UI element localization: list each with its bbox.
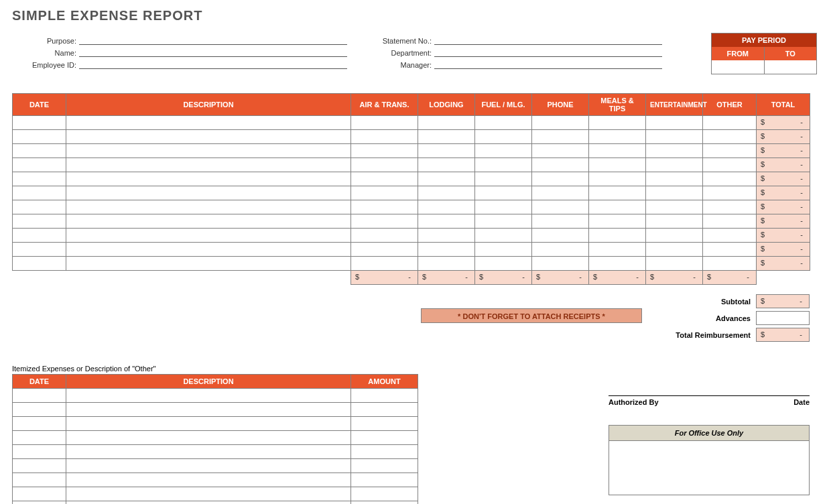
expense-cell[interactable]	[13, 130, 66, 144]
expense-cell[interactable]	[589, 229, 646, 243]
itemized-cell[interactable]	[66, 459, 351, 473]
expense-cell[interactable]	[13, 229, 66, 243]
expense-cell[interactable]	[703, 116, 757, 130]
expense-cell[interactable]	[418, 214, 475, 229]
expense-cell[interactable]	[589, 130, 646, 144]
expense-cell[interactable]	[66, 257, 351, 271]
expense-cell[interactable]	[351, 243, 418, 257]
expense-cell[interactable]	[351, 116, 418, 130]
itemized-cell[interactable]	[13, 417, 66, 431]
expense-cell[interactable]	[66, 144, 351, 158]
expense-cell[interactable]	[703, 186, 757, 200]
expense-cell[interactable]	[66, 229, 351, 243]
expense-cell[interactable]	[532, 172, 589, 186]
expense-cell[interactable]	[351, 229, 418, 243]
expense-cell[interactable]	[646, 172, 703, 186]
expense-cell[interactable]	[13, 200, 66, 214]
expense-cell[interactable]	[646, 144, 703, 158]
expense-cell[interactable]	[646, 116, 703, 130]
expense-cell[interactable]	[703, 243, 757, 257]
expense-cell[interactable]	[66, 158, 351, 172]
itemized-cell[interactable]	[351, 487, 418, 501]
expense-cell[interactable]	[589, 144, 646, 158]
itemized-cell[interactable]	[351, 473, 418, 487]
expense-cell[interactable]	[351, 257, 418, 271]
pay-period-from-field[interactable]	[712, 60, 765, 74]
expense-cell[interactable]	[646, 214, 703, 229]
expense-cell[interactable]	[532, 186, 589, 200]
expense-cell[interactable]	[703, 200, 757, 214]
expense-cell[interactable]	[646, 158, 703, 172]
expense-cell[interactable]	[418, 243, 475, 257]
expense-cell[interactable]	[418, 229, 475, 243]
itemized-cell[interactable]	[351, 501, 418, 505]
expense-cell[interactable]	[66, 243, 351, 257]
expense-cell[interactable]	[532, 229, 589, 243]
expense-cell[interactable]	[646, 186, 703, 200]
expense-cell[interactable]	[532, 144, 589, 158]
expense-cell[interactable]	[703, 158, 757, 172]
expense-cell[interactable]	[532, 257, 589, 271]
expense-cell[interactable]	[418, 158, 475, 172]
expense-cell[interactable]	[418, 144, 475, 158]
expense-cell[interactable]	[475, 144, 532, 158]
expense-cell[interactable]	[13, 243, 66, 257]
expense-cell[interactable]	[66, 116, 351, 130]
expense-cell[interactable]	[646, 229, 703, 243]
statement-no-field[interactable]	[434, 34, 662, 45]
expense-cell[interactable]	[66, 172, 351, 186]
expense-cell[interactable]	[646, 243, 703, 257]
expense-cell[interactable]	[475, 130, 532, 144]
itemized-cell[interactable]	[351, 445, 418, 459]
itemized-cell[interactable]	[66, 501, 351, 505]
itemized-cell[interactable]	[66, 431, 351, 445]
expense-cell[interactable]	[351, 158, 418, 172]
expense-cell[interactable]	[475, 186, 532, 200]
expense-cell[interactable]	[418, 172, 475, 186]
itemized-cell[interactable]	[13, 431, 66, 445]
itemized-cell[interactable]	[13, 501, 66, 505]
expense-cell[interactable]	[13, 144, 66, 158]
itemized-cell[interactable]	[13, 459, 66, 473]
employee-id-field[interactable]	[79, 58, 347, 69]
expense-cell[interactable]	[475, 243, 532, 257]
itemized-cell[interactable]	[351, 389, 418, 403]
expense-cell[interactable]	[351, 172, 418, 186]
itemized-cell[interactable]	[66, 487, 351, 501]
itemized-cell[interactable]	[351, 417, 418, 431]
expense-cell[interactable]	[475, 200, 532, 214]
expense-cell[interactable]	[66, 186, 351, 200]
expense-cell[interactable]	[703, 130, 757, 144]
expense-cell[interactable]	[66, 200, 351, 214]
expense-cell[interactable]	[589, 172, 646, 186]
expense-cell[interactable]	[532, 130, 589, 144]
expense-cell[interactable]	[418, 257, 475, 271]
expense-cell[interactable]	[703, 214, 757, 229]
expense-cell[interactable]	[703, 229, 757, 243]
expense-cell[interactable]	[66, 214, 351, 229]
expense-cell[interactable]	[646, 130, 703, 144]
expense-cell[interactable]	[475, 229, 532, 243]
expense-cell[interactable]	[351, 144, 418, 158]
expense-cell[interactable]	[703, 172, 757, 186]
itemized-cell[interactable]	[66, 389, 351, 403]
expense-cell[interactable]	[13, 186, 66, 200]
expense-cell[interactable]	[532, 158, 589, 172]
itemized-cell[interactable]	[351, 459, 418, 473]
itemized-cell[interactable]	[351, 431, 418, 445]
expense-cell[interactable]	[13, 257, 66, 271]
itemized-cell[interactable]	[13, 389, 66, 403]
itemized-cell[interactable]	[66, 445, 351, 459]
manager-field[interactable]	[434, 58, 662, 69]
advances-value[interactable]	[756, 311, 810, 325]
expense-cell[interactable]	[532, 116, 589, 130]
expense-cell[interactable]	[66, 130, 351, 144]
pay-period-to-field[interactable]	[765, 60, 817, 74]
expense-cell[interactable]	[532, 200, 589, 214]
expense-cell[interactable]	[418, 116, 475, 130]
itemized-cell[interactable]	[66, 473, 351, 487]
expense-cell[interactable]	[351, 186, 418, 200]
expense-cell[interactable]	[589, 257, 646, 271]
expense-cell[interactable]	[532, 214, 589, 229]
expense-cell[interactable]	[13, 116, 66, 130]
